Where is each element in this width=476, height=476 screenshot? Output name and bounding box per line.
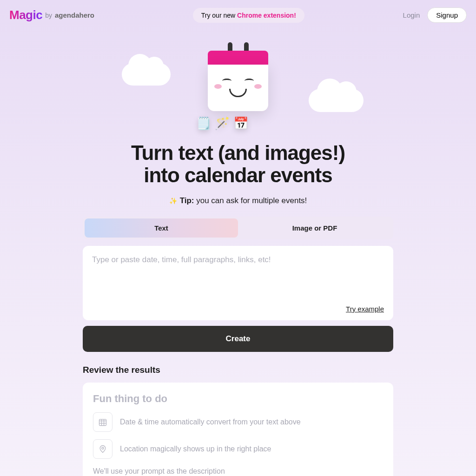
calendar-mascot-icon: 🗒️ 🪄 📅: [208, 42, 268, 111]
hero-tip: ✨ Tip: you can ask for multiple events!: [0, 196, 476, 205]
try-example-link[interactable]: Try example: [346, 305, 384, 313]
tip-text: you can ask for multiple events!: [194, 196, 307, 205]
tab-text[interactable]: Text: [85, 218, 238, 238]
hero-headline: Turn text (and images!) into calendar ev…: [0, 142, 476, 187]
promo-prefix: Try our new: [201, 12, 237, 19]
result-heading: Fun thing to do: [93, 393, 383, 405]
wand-icon: 🪄: [215, 116, 230, 131]
input-card: Try example: [83, 246, 393, 320]
hero: 🗒️ 🪄 📅 Turn text (and images!) into cale…: [0, 30, 476, 205]
notes-icon: 🗒️: [196, 116, 211, 131]
result-date-row: Date & time automatically convert from y…: [93, 412, 383, 432]
tip-label: Tip:: [180, 196, 194, 205]
logo-by: by: [45, 12, 52, 19]
promo-pill[interactable]: Try our new Chrome extension!: [193, 8, 304, 23]
svg-point-5: [102, 447, 104, 449]
create-button[interactable]: Create: [83, 326, 393, 352]
headline-line-2: into calendar events: [0, 164, 476, 186]
cloud-icon: [122, 63, 171, 86]
review-title: Review the results: [83, 365, 393, 375]
result-description: We'll use your prompt as the description: [93, 467, 383, 476]
result-location-text: Location magically shows up in the right…: [120, 445, 271, 453]
headline-line-1: Turn text (and images!): [0, 142, 476, 164]
hero-illustration: 🗒️ 🪄 📅: [122, 38, 354, 131]
calendar-icon: 📅: [233, 116, 248, 131]
location-pin-icon: [93, 439, 112, 459]
promo-highlight: Chrome extension!: [237, 12, 296, 19]
svg-rect-0: [99, 419, 106, 425]
sparkle-icon: ✨: [169, 197, 177, 205]
result-date-text: Date & time automatically convert from y…: [120, 418, 301, 426]
nav-right: Login Signup: [403, 7, 467, 23]
cloud-icon: [309, 89, 364, 112]
result-card: Fun thing to do Date & time automaticall…: [83, 383, 393, 476]
result-location-row: Location magically shows up in the right…: [93, 439, 383, 459]
event-text-input[interactable]: [92, 255, 384, 297]
signup-button[interactable]: Signup: [427, 7, 467, 23]
login-link[interactable]: Login: [403, 11, 420, 19]
logo[interactable]: Magic by agendahero: [9, 8, 94, 22]
logo-magic: Magic: [9, 8, 42, 22]
calendar-grid-icon: [93, 412, 112, 432]
header: Magic by agendahero Try our new Chrome e…: [0, 0, 476, 30]
logo-brand: agendahero: [55, 11, 94, 19]
tab-image-or-pdf[interactable]: Image or PDF: [238, 218, 391, 238]
main-column: Text Image or PDF Try example Create Rev…: [83, 217, 393, 476]
input-mode-tabs: Text Image or PDF: [83, 217, 393, 239]
